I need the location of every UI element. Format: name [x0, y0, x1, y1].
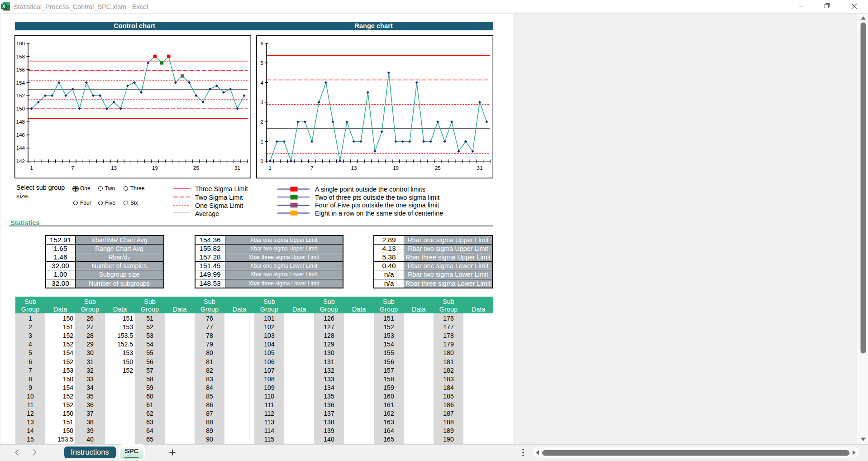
svg-text:150: 150 — [16, 106, 25, 111]
svg-text:156: 156 — [16, 67, 25, 72]
svg-text:144: 144 — [16, 145, 25, 151]
svg-text:4: 4 — [261, 80, 264, 86]
svg-text:1: 1 — [30, 165, 33, 171]
svg-text:154: 154 — [16, 80, 25, 86]
svg-text:2: 2 — [261, 119, 263, 125]
svg-text:142: 142 — [16, 158, 25, 164]
svg-text:7: 7 — [71, 165, 74, 171]
svg-text:19: 19 — [393, 165, 399, 171]
svg-text:1: 1 — [268, 165, 271, 171]
svg-text:6: 6 — [261, 41, 263, 46]
svg-text:158: 158 — [16, 54, 25, 59]
svg-text:5: 5 — [261, 60, 263, 66]
svg-text:25: 25 — [193, 165, 199, 171]
svg-text:7: 7 — [310, 165, 313, 171]
svg-text:160: 160 — [16, 41, 25, 46]
svg-text:146: 146 — [16, 132, 25, 138]
svg-text:13: 13 — [351, 165, 357, 171]
svg-text:31: 31 — [234, 165, 240, 171]
svg-text:31: 31 — [477, 165, 483, 171]
svg-text:25: 25 — [435, 165, 441, 171]
svg-text:152: 152 — [16, 93, 25, 98]
svg-text:X: X — [2, 4, 6, 9]
svg-text:3: 3 — [261, 100, 263, 105]
svg-text:0: 0 — [261, 158, 263, 164]
svg-text:13: 13 — [111, 165, 117, 171]
svg-text:19: 19 — [152, 165, 158, 171]
svg-text:1: 1 — [261, 139, 263, 144]
svg-text:148: 148 — [16, 119, 25, 125]
